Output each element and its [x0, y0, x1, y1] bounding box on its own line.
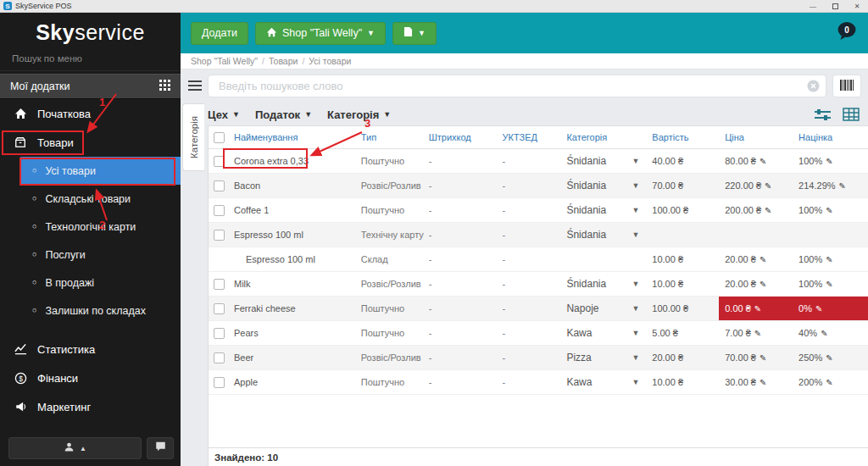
product-price[interactable]: 20.00 ₴ ✎	[719, 247, 793, 271]
category-select[interactable]: Śnidania ▼	[566, 149, 646, 173]
breadcrumb-all-products[interactable]: Усі товари	[309, 56, 351, 66]
category-select[interactable]: Pizza ▼	[566, 346, 646, 369]
table-header-cell[interactable]: Найменування	[230, 132, 361, 142]
product-markup[interactable]: 0% ✎	[793, 297, 868, 320]
clear-search-icon[interactable]	[807, 80, 820, 96]
table-header-cell[interactable]: УКТЗЕД	[503, 132, 567, 142]
product-markup[interactable]: ✎	[793, 223, 868, 247]
table-header-cell[interactable]: Категорія	[566, 132, 646, 142]
product-price[interactable]: 70.00 ₴ ✎	[719, 346, 793, 369]
row-checkbox[interactable]	[214, 279, 225, 290]
product-markup[interactable]: 100% ✎	[793, 198, 868, 222]
terminal-selector-button[interactable]: ▼	[392, 22, 437, 45]
select-all-checkbox[interactable]	[214, 132, 225, 143]
category-select[interactable]: Kawa ▼	[566, 321, 646, 345]
edit-pencil-icon[interactable]: ✎	[760, 353, 766, 363]
category-select[interactable]: Śnidania ▼	[566, 223, 646, 247]
row-checkbox[interactable]	[214, 205, 225, 216]
edit-pencil-icon[interactable]: ✎	[760, 255, 766, 264]
row-checkbox[interactable]	[214, 377, 225, 388]
category-select[interactable]: Napoje ▼	[566, 297, 646, 320]
user-menu-button[interactable]: ▲	[8, 437, 142, 459]
notifications-button[interactable]: 0	[836, 21, 858, 45]
edit-pencil-icon[interactable]: ✎	[765, 181, 771, 191]
table-header-cell[interactable]: Вартість	[646, 132, 719, 142]
table-view-button[interactable]	[843, 108, 860, 121]
row-checkbox[interactable]	[214, 180, 225, 191]
product-markup[interactable]: 100% ✎	[793, 272, 868, 296]
table-header-cell[interactable]: Тип	[361, 132, 429, 142]
product-markup[interactable]: 250% ✎	[793, 346, 868, 369]
sidebar-item-tech-cards[interactable]: ○ Технологічні карти	[20, 213, 181, 241]
row-checkbox[interactable]	[214, 328, 225, 339]
edit-pencil-icon[interactable]: ✎	[760, 157, 766, 166]
product-price[interactable]: ✎	[719, 223, 793, 247]
sidebar-item-services[interactable]: ○ Послуги	[20, 241, 181, 269]
category-select[interactable]: Śnidania ▼	[566, 272, 646, 296]
minimize-button[interactable]: —	[802, 0, 824, 12]
filter-workshop[interactable]: Цех ▼	[208, 108, 240, 121]
row-checkbox[interactable]	[214, 230, 225, 241]
support-chat-button[interactable]	[147, 437, 174, 459]
edit-pencil-icon[interactable]: ✎	[765, 206, 771, 215]
edit-pencil-icon[interactable]: ✎	[826, 353, 832, 363]
product-price[interactable]: 80.00 ₴ ✎	[719, 149, 793, 173]
breadcrumb-shop[interactable]: Shop "Tali Welly"	[191, 56, 258, 66]
sidebar-search-input[interactable]	[0, 47, 181, 71]
product-price[interactable]: 200.00 ₴ ✎	[719, 198, 793, 222]
category-select[interactable]: Śnidania ▼	[566, 198, 646, 222]
product-markup[interactable]: 100% ✎	[793, 149, 868, 173]
sidebar-item-statistics[interactable]: Статистика	[0, 335, 181, 363]
search-input[interactable]	[208, 75, 826, 97]
filter-category[interactable]: Категорія ▼	[327, 108, 391, 121]
filter-tax[interactable]: Податок ▼	[255, 108, 312, 121]
product-price[interactable]: 20.00 ₴ ✎	[719, 272, 793, 296]
edit-pencil-icon[interactable]: ✎	[826, 157, 832, 166]
maximize-button[interactable]	[824, 0, 846, 12]
hamburger-menu-icon[interactable]	[188, 78, 202, 93]
sidebar-item-finance[interactable]: $ Фінанси	[0, 363, 181, 392]
category-select[interactable]: ▼	[566, 247, 646, 271]
edit-pencil-icon[interactable]: ✎	[821, 329, 827, 338]
table-header-cell[interactable]: Націнка	[793, 132, 868, 142]
breadcrumb-products[interactable]: Товари	[269, 56, 298, 66]
product-markup[interactable]: 214.29% ✎	[793, 174, 868, 197]
sidebar-item-products[interactable]: Товари	[0, 128, 181, 157]
product-price[interactable]: 30.00 ₴ ✎	[719, 370, 793, 394]
edit-pencil-icon[interactable]: ✎	[826, 255, 832, 264]
edit-pencil-icon[interactable]: ✎	[826, 280, 832, 289]
sidebar-item-home[interactable]: Початкова	[0, 99, 181, 128]
shop-selector-button[interactable]: Shop "Tali Welly" ▼	[255, 22, 386, 45]
my-apps-button[interactable]: Мої додатки	[0, 74, 181, 99]
sidebar-item-stock-balances[interactable]: ○ Залишки по складах	[20, 297, 181, 325]
close-button[interactable]: ✕	[846, 0, 868, 12]
edit-pencil-icon[interactable]: ✎	[754, 304, 761, 313]
category-side-tab[interactable]: Категорія	[182, 103, 204, 171]
edit-pencil-icon[interactable]: ✎	[839, 181, 846, 191]
category-select[interactable]: Śnidania ▼	[566, 174, 646, 197]
table-header-cell[interactable]: Ціна	[719, 132, 793, 142]
edit-pencil-icon[interactable]: ✎	[826, 378, 832, 387]
sidebar-item-marketing[interactable]: Маркетинг	[0, 392, 181, 421]
product-price[interactable]: 0.00 ₴ ✎	[719, 297, 793, 320]
edit-pencil-icon[interactable]: ✎	[826, 206, 832, 215]
category-select[interactable]: Kawa ▼	[566, 370, 646, 394]
edit-pencil-icon[interactable]: ✎	[760, 280, 766, 289]
product-price[interactable]: 7.00 ₴ ✎	[719, 321, 793, 345]
edit-pencil-icon[interactable]: ✎	[754, 329, 761, 338]
sidebar-item-on-sale[interactable]: ○ В продажі	[20, 269, 181, 297]
product-markup[interactable]: 100% ✎	[793, 247, 868, 271]
row-checkbox[interactable]	[214, 303, 225, 314]
edit-pencil-icon[interactable]: ✎	[815, 304, 822, 313]
column-settings-button[interactable]	[815, 108, 831, 121]
edit-pencil-icon[interactable]: ✎	[760, 378, 766, 387]
row-checkbox[interactable]	[214, 352, 225, 363]
sidebar-item-warehouse-products[interactable]: ○ Складські товари	[20, 185, 181, 213]
add-button[interactable]: Додати	[191, 22, 248, 45]
product-markup[interactable]: 40% ✎	[793, 321, 868, 345]
barcode-scan-button[interactable]	[832, 75, 861, 97]
product-price[interactable]: 220.00 ₴ ✎	[719, 174, 793, 197]
table-header-cell[interactable]: Штрихкод	[429, 132, 503, 142]
sidebar-item-all-products[interactable]: ○ Усі товари	[20, 157, 181, 185]
row-checkbox[interactable]	[214, 156, 225, 167]
